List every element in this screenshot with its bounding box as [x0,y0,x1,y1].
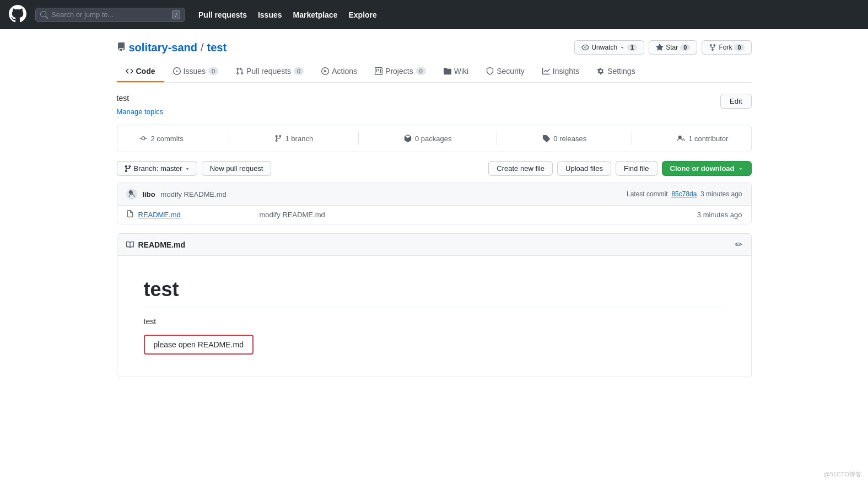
commit-author: libo [143,190,155,198]
repo-description: test [117,94,164,103]
file-table: libo modify README.md Latest commit 85c7… [117,183,752,224]
star-count: 0 [680,44,690,51]
actions-icon [321,67,329,75]
tab-security-label: Security [497,67,525,76]
topnav-marketplace[interactable]: Marketplace [293,10,338,19]
stat-packages[interactable]: 0 packages [404,135,452,143]
tab-actions-label: Actions [332,67,357,76]
github-logo-icon[interactable] [9,5,26,24]
readme-title: README.md [138,240,186,249]
unwatch-count: 1 [627,44,637,51]
readme-h1: test [144,278,725,308]
file-commit-message: modify README.md [260,211,697,219]
commit-meta: Latest commit 85c78da 3 minutes ago [627,190,742,198]
branch-dropdown[interactable]: Branch: master [117,161,197,176]
repo-owner-link[interactable]: solitary-sand [129,41,197,54]
tab-projects[interactable]: Projects 0 [366,61,435,82]
repo-tabs: Code Issues 0 Pull requests 0 Actions Pr… [117,61,752,83]
tab-pr-count: 0 [294,67,304,75]
topnav-links: Pull requests Issues Marketplace Explore [198,10,377,19]
stat-commits-label: 2 commits [150,135,183,143]
security-icon [486,67,494,75]
commits-icon [139,135,147,142]
stat-releases-label: 0 releases [553,135,586,143]
star-icon [656,44,664,51]
readme-header-left: README.md [126,240,186,249]
table-row: README.md modify README.md 3 minutes ago [117,206,751,224]
commit-message: modify README.md [161,190,621,198]
tab-security[interactable]: Security [477,61,533,82]
file-toolbar-right: Create new file Upload files Find file C… [488,161,751,176]
file-time: 3 minutes ago [697,211,742,219]
topnav-issues[interactable]: Issues [258,10,282,19]
tab-pull-requests[interactable]: Pull requests 0 [227,61,312,82]
tab-wiki[interactable]: Wiki [435,61,477,82]
file-name-link[interactable]: README.md [138,211,260,219]
tab-insights[interactable]: Insights [533,61,588,82]
topnav: / Pull requests Issues Marketplace Explo… [0,0,868,29]
search-box[interactable]: / [35,8,185,22]
branch-dropdown-icon [124,165,132,173]
tab-issues-label: Issues [184,67,206,76]
topnav-pull-requests[interactable]: Pull requests [198,10,247,19]
chevron-down-icon [619,45,625,50]
stat-contributors-label: 1 contributor [688,135,728,143]
stat-divider-1 [229,132,229,145]
search-icon [40,11,48,19]
upload-files-button[interactable]: Upload files [557,161,611,176]
create-new-file-button[interactable]: Create new file [488,161,553,176]
stat-branches[interactable]: 1 branch [274,135,314,143]
repo-separator: / [201,41,204,54]
manage-topics-link[interactable]: Manage topics [117,108,164,116]
readme-edit-button[interactable]: ✏ [735,239,742,250]
stat-releases[interactable]: 0 releases [542,135,586,143]
find-file-button[interactable]: Find file [616,161,657,176]
tab-wiki-label: Wiki [454,67,468,76]
stat-branches-label: 1 branch [285,135,314,143]
stat-packages-label: 0 packages [415,135,452,143]
stat-divider-2 [358,132,359,145]
unwatch-button[interactable]: Unwatch 1 [574,40,644,55]
repo-header: solitary-sand / test Unwatch 1 Star 0 [117,40,752,55]
file-toolbar-left: Branch: master New pull request [117,161,272,176]
repo-name-link[interactable]: test [207,41,227,54]
tab-settings-label: Settings [607,67,635,76]
fork-label: Fork [719,44,732,51]
repo-title: solitary-sand / test [117,41,227,54]
description-section: test Manage topics Edit [117,94,752,116]
fork-icon [709,44,716,51]
star-label: Star [666,44,678,51]
kbd-slash: / [172,10,180,19]
readme-paragraph: test [144,317,725,326]
new-pull-request-button[interactable]: New pull request [202,161,272,176]
stat-contributors[interactable]: 1 contributor [677,135,728,143]
tab-issues[interactable]: Issues 0 [164,61,228,82]
commit-hash-link[interactable]: 85c78da [671,190,697,198]
tab-projects-label: Projects [385,67,413,76]
tab-actions[interactable]: Actions [312,61,366,82]
clone-label: Clone or download [670,164,735,173]
page-content: solitary-sand / test Unwatch 1 Star 0 [104,29,765,388]
tab-projects-count: 0 [416,67,426,75]
tab-settings[interactable]: Settings [588,61,644,82]
edit-button[interactable]: Edit [720,94,751,109]
repo-icon [117,41,126,54]
projects-icon [375,67,382,75]
tab-pr-label: Pull requests [246,67,291,76]
fork-count: 0 [734,44,744,51]
search-input[interactable] [51,10,169,19]
file-toolbar: Branch: master New pull request Create n… [117,161,752,176]
topnav-explore[interactable]: Explore [348,10,376,19]
branch-icon [274,135,282,142]
packages-icon [404,135,412,142]
commit-avatar [126,189,137,200]
stats-bar: 2 commits 1 branch 0 packages 0 releases… [117,125,752,152]
fork-button[interactable]: Fork 0 [702,40,751,55]
repo-actions: Unwatch 1 Star 0 Fork 0 [574,40,751,55]
tab-issues-count: 0 [208,67,218,75]
tab-insights-label: Insights [553,67,579,76]
stat-commits[interactable]: 2 commits [139,135,183,143]
tab-code[interactable]: Code [117,61,164,82]
clone-or-download-button[interactable]: Clone or download [662,161,752,176]
star-button[interactable]: Star 0 [649,40,697,55]
